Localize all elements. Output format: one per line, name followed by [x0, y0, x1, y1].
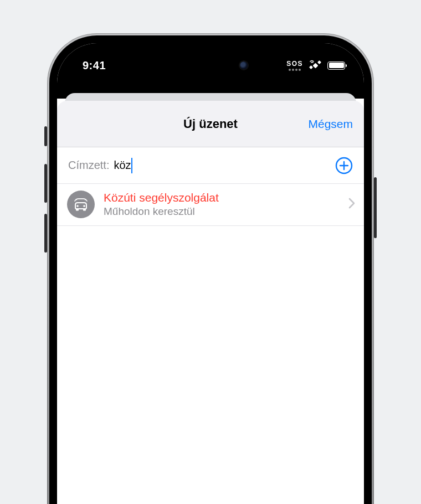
result-roadside-assistance[interactable]: Közúti segélyszolgálat Műholdon keresztü… — [57, 184, 364, 226]
volume-up-button — [44, 164, 47, 203]
svg-rect-2 — [317, 60, 321, 64]
silent-switch — [44, 126, 47, 146]
status-time: 9:41 — [76, 54, 106, 72]
satellite-icon — [309, 59, 322, 71]
recipient-row[interactable]: Címzett: köz — [57, 147, 364, 184]
svg-rect-0 — [313, 63, 319, 69]
result-title: Közúti segélyszolgálat — [104, 191, 340, 205]
add-contact-button[interactable] — [334, 156, 354, 176]
svg-rect-7 — [83, 209, 86, 211]
recipient-input[interactable]: köz — [114, 159, 131, 171]
svg-rect-1 — [309, 65, 313, 69]
text-cursor — [131, 158, 132, 173]
search-results: Közúti segélyszolgálat Műholdon keresztü… — [57, 184, 364, 226]
front-camera — [240, 61, 248, 69]
phone-screen: 9:41 SOS — [57, 43, 364, 504]
svg-point-9 — [83, 205, 85, 208]
dynamic-island — [163, 53, 258, 78]
plus-circle-icon — [335, 157, 353, 174]
chevron-right-icon — [348, 198, 355, 211]
roadside-car-icon — [67, 191, 95, 218]
cancel-button[interactable]: Mégsem — [308, 101, 353, 147]
volume-down-button — [44, 214, 47, 253]
power-button — [374, 177, 377, 238]
sheet-title: Új üzenet — [183, 117, 238, 131]
svg-point-8 — [76, 205, 79, 208]
recipient-label: Címzett: — [68, 159, 109, 172]
phone-frame: 9:41 SOS — [47, 33, 374, 504]
new-message-sheet: Új üzenet Mégsem Címzett: köz — [57, 101, 364, 504]
sos-indicator: SOS — [286, 60, 303, 71]
svg-rect-6 — [76, 209, 79, 211]
sheet-header: Új üzenet Mégsem — [57, 101, 364, 147]
result-subtitle: Műholdon keresztül — [104, 205, 340, 219]
battery-icon — [327, 61, 345, 70]
sheet-body — [57, 226, 364, 504]
